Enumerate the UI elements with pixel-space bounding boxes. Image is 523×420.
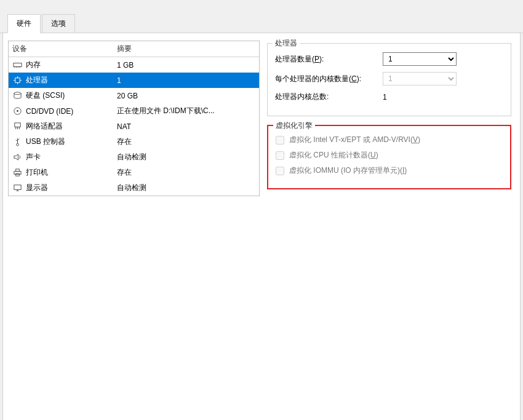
device-row-usb[interactable]: USB 控制器 存在 [9,134,259,149]
device-row-memory[interactable]: 内存 1 GB [9,57,259,73]
svg-rect-13 [14,123,20,127]
device-row-disk[interactable]: 硬盘 (SCSI) 20 GB [9,88,259,103]
device-row-processor[interactable]: 处理器 1 [9,73,259,88]
tabs-bar: 硬件 选项 [0,11,523,33]
device-label: 内存 [26,60,41,70]
device-summary: 正在使用文件 D:\IDM下载\C... [117,105,255,117]
group-processor: 处理器 处理器数量(P): 1 每个处理器的内核数量(C): 1 处理器内核总数… [267,43,511,116]
device-row-cdrom[interactable]: CD/DVD (IDE) 正在使用文件 D:\IDM下载\C... [9,103,259,119]
device-label: 声卡 [26,152,41,162]
svg-rect-22 [14,185,20,190]
device-summary: 存在 [117,166,255,179]
svg-point-17 [16,143,18,146]
cdrom-icon [12,106,22,116]
svg-rect-20 [15,169,19,172]
svg-point-10 [14,92,20,95]
display-icon [12,183,22,193]
network-icon [12,122,22,132]
device-label: CD/DVD (IDE) [26,107,73,116]
group-virtualization: 虚拟化引擎 虚拟化 Intel VT-x/EPT 或 AMD-V/RVI(V) … [267,125,511,189]
device-summary: NAT [117,121,255,132]
disk-icon [12,91,22,101]
memory-icon [12,60,22,70]
tab-options[interactable]: 选项 [42,14,75,33]
checkbox-vt-label: 虚拟化 Intel VT-x/EPT 或 AMD-V/RVI(V) [289,135,420,145]
total-cores-value: 1 [383,93,457,101]
device-row-network[interactable]: 网络适配器 NAT [9,119,259,134]
device-label: 硬盘 (SCSI) [26,90,65,101]
processor-count-select[interactable]: 1 [383,52,457,66]
device-summary: 1 GB [117,60,255,71]
usb-icon [12,137,22,147]
column-summary[interactable]: 摘要 [113,41,259,57]
column-device[interactable]: 设备 [9,41,113,57]
svg-point-12 [17,110,18,112]
device-table: 设备 摘要 内存 1 GB [8,41,260,196]
checkbox-vt[interactable] [276,136,284,145]
device-summary: 自动检测 [117,151,255,164]
device-label: 显示器 [26,183,48,193]
total-cores-label: 处理器内核总数: [275,92,383,102]
checkbox-perf-label: 虚拟化 CPU 性能计数器(U) [289,150,378,160]
device-label: 网络适配器 [26,121,63,132]
group-title: 处理器 [273,38,300,49]
group-title: 虚拟化引擎 [273,121,315,131]
device-label: 处理器 [26,75,48,85]
device-summary: 存在 [117,135,255,148]
device-summary: 1 [117,75,255,86]
device-label: USB 控制器 [26,137,65,147]
cpu-icon [12,76,22,85]
printer-icon [12,168,22,178]
device-row-printer[interactable]: 打印机 存在 [9,165,259,180]
device-label: 打印机 [26,167,48,178]
device-summary: 20 GB [117,90,255,101]
device-row-display[interactable]: 显示器 自动检测 [9,180,259,196]
processor-count-label: 处理器数量(P): [275,54,383,65]
device-table-header: 设备 摘要 [9,41,259,57]
sound-icon [12,153,22,162]
tab-hardware[interactable]: 硬件 [7,14,41,33]
device-summary: 自动检测 [117,181,255,194]
checkbox-iommu-label: 虚拟化 IOMMU (IO 内存管理单元)(I) [289,165,407,176]
hardware-panel: 设备 摘要 内存 1 GB [2,33,521,420]
checkbox-perf[interactable] [276,151,284,160]
svg-rect-0 [13,63,21,67]
cores-per-processor-select[interactable]: 1 [383,72,457,85]
device-row-sound[interactable]: 声卡 自动检测 [9,149,259,165]
svg-rect-5 [15,78,20,83]
cores-per-processor-label: 每个处理器的内核数量(C): [275,74,383,84]
checkbox-iommu[interactable] [276,167,284,175]
